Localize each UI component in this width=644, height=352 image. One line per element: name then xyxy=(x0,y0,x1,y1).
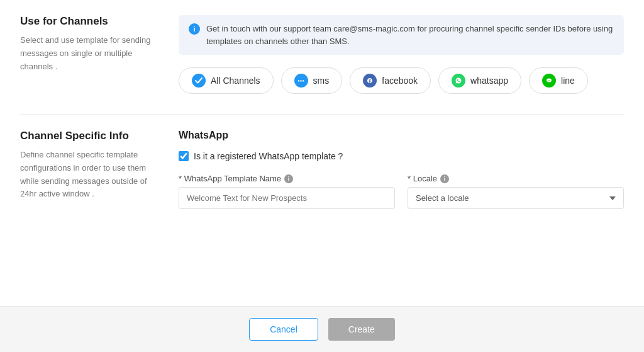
main-content: Use for Channels Select and use template… xyxy=(0,0,644,306)
locale-field: * Locale i Select a locale xyxy=(408,174,624,209)
channel-btn-all[interactable]: All Channels xyxy=(179,67,274,94)
locale-label: * Locale i xyxy=(408,174,624,183)
locale-select[interactable]: Select a locale xyxy=(408,187,624,209)
svg-point-0 xyxy=(298,80,299,81)
whatsapp-section-title: WhatsApp xyxy=(179,130,624,141)
whatsapp-icon xyxy=(452,74,465,88)
channels-left: Use for Channels Select and use template… xyxy=(20,15,158,94)
channel-btn-whatsapp[interactable]: whatsapp xyxy=(438,67,521,94)
line-icon xyxy=(542,74,556,88)
channel-btn-line[interactable]: line xyxy=(529,67,588,94)
svg-point-7 xyxy=(548,80,548,81)
registered-template-checkbox[interactable] xyxy=(179,151,189,161)
template-name-label: * WhatsApp Template Name i xyxy=(179,174,395,183)
all-channels-icon xyxy=(192,74,206,88)
channels-description: Select and use template for sending mess… xyxy=(20,34,158,73)
template-name-info-icon[interactable]: i xyxy=(284,174,293,183)
cancel-button[interactable]: Cancel xyxy=(249,318,318,341)
svg-point-3 xyxy=(365,76,374,85)
channel-label-facebook: facebook xyxy=(382,76,418,86)
info-banner: i Get in touch with our support team car… xyxy=(179,15,624,55)
footer: Cancel Create xyxy=(0,306,644,352)
section-divider xyxy=(20,114,624,115)
channels-title: Use for Channels xyxy=(20,15,158,28)
channel-label-all: All Channels xyxy=(211,76,260,86)
channel-btn-facebook[interactable]: facebook xyxy=(350,67,431,94)
template-name-input[interactable] xyxy=(179,187,395,209)
channel-specific-description: Define channel specific template configu… xyxy=(20,149,158,201)
create-button[interactable]: Create xyxy=(328,318,395,341)
locale-info-icon[interactable]: i xyxy=(440,174,449,183)
channel-label-whatsapp: whatsapp xyxy=(470,76,508,86)
channels-section: Use for Channels Select and use template… xyxy=(20,15,624,94)
page-wrapper: Use for Channels Select and use template… xyxy=(0,0,644,352)
channel-btn-sms[interactable]: sms xyxy=(281,67,343,94)
template-name-field: * WhatsApp Template Name i xyxy=(179,174,395,209)
svg-point-9 xyxy=(550,80,550,81)
channel-label-sms: sms xyxy=(313,76,330,86)
sms-icon xyxy=(294,74,308,88)
svg-point-2 xyxy=(303,80,304,81)
info-banner-text: Get in touch with our support team care@… xyxy=(206,23,614,47)
registered-template-row: Is it a registered WhatsApp template ? xyxy=(179,151,624,161)
channel-specific-left: Channel Specific Info Define channel spe… xyxy=(20,130,158,209)
channel-specific-section: Channel Specific Info Define channel spe… xyxy=(20,130,624,209)
channels-right: i Get in touch with our support team car… xyxy=(179,15,624,94)
info-icon: i xyxy=(189,23,200,35)
channel-label-line: line xyxy=(561,76,575,86)
channel-specific-right: WhatsApp Is it a registered WhatsApp tem… xyxy=(179,130,624,209)
template-name-label-text: * WhatsApp Template Name xyxy=(179,174,281,183)
registered-template-label: Is it a registered WhatsApp template ? xyxy=(194,151,343,161)
locale-label-text: * Locale xyxy=(408,174,437,183)
channel-specific-title: Channel Specific Info xyxy=(20,130,158,142)
svg-point-1 xyxy=(300,80,301,81)
svg-point-8 xyxy=(549,80,550,81)
facebook-icon xyxy=(363,74,377,88)
channels-grid: All Channels sms xyxy=(179,67,624,94)
whatsapp-form-row: * WhatsApp Template Name i * Locale i Se… xyxy=(179,174,624,209)
